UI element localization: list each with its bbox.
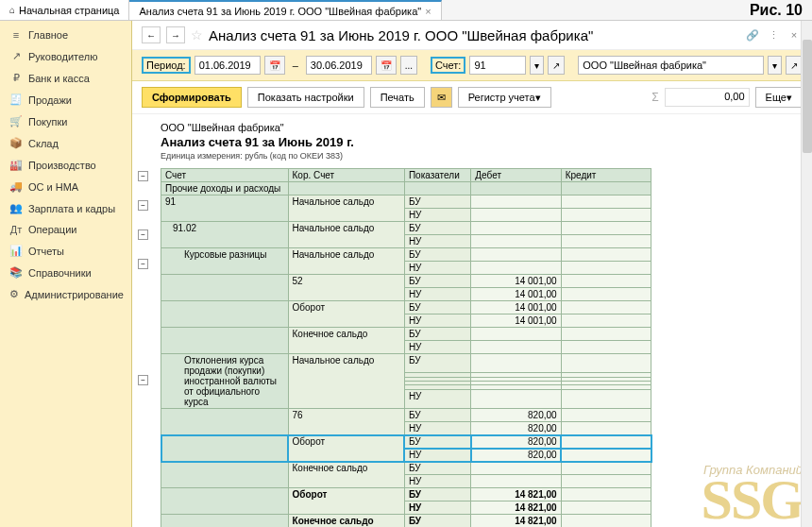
register-button[interactable]: Регистр учета ▾	[458, 87, 551, 108]
sidebar-item[interactable]: 📊Отчеты	[0, 240, 131, 262]
org-dropdown-icon[interactable]: ▾	[768, 56, 782, 75]
calendar-from-icon[interactable]: 📅	[264, 56, 285, 75]
tab-home-label: Начальная страница	[19, 5, 119, 16]
sidebar-icon: 📚	[9, 266, 23, 279]
sidebar-icon: 👥	[9, 202, 23, 214]
sidebar-icon: 📦	[9, 137, 23, 149]
sidebar-item[interactable]: ↗Руководителю	[0, 45, 131, 67]
table-row[interactable]: ОборотБУ14 821,00	[161, 488, 651, 502]
sidebar-item[interactable]: ₽Банк и касса	[0, 67, 131, 89]
period-dash: –	[289, 58, 302, 73]
form-button[interactable]: Сформировать	[142, 87, 242, 108]
sidebar-icon: ⚙	[9, 288, 19, 300]
tab-current-label: Анализ счета 91 за Июнь 2019 г. ООО "Шве…	[139, 6, 421, 17]
sidebar-item[interactable]: ДтОперации	[0, 219, 131, 240]
table-row[interactable]: 76БУ820,00	[161, 409, 651, 422]
link-icon[interactable]: 🔗	[744, 26, 761, 43]
report-table: Счет Кор. Счет Показатели Дебет Кредит П…	[161, 168, 651, 527]
sidebar-label: Продажи	[28, 94, 72, 106]
sidebar-icon: 🧾	[9, 94, 23, 106]
sidebar-icon: ↗	[9, 50, 23, 62]
period-ellipsis-button[interactable]: ...	[400, 56, 417, 75]
table-row[interactable]: 52БУ14 001,00	[161, 275, 651, 288]
account-label: Счет:	[431, 57, 465, 74]
table-row[interactable]: Курсовые разницыНачальное сальдоБУ	[161, 248, 651, 262]
date-from-input[interactable]	[195, 56, 261, 75]
table-row[interactable]: Конечное сальдоБУ	[161, 462, 651, 475]
home-icon: ⌂	[9, 5, 15, 15]
tree-node[interactable]: −	[138, 171, 148, 181]
date-to-input[interactable]	[306, 56, 372, 75]
sidebar-label: Администрирование	[25, 289, 124, 300]
sidebar-label: Банк и касса	[28, 73, 90, 84]
watermark: Группа Компаний SSG	[702, 463, 803, 522]
tree-node[interactable]: −	[138, 200, 148, 211]
table-row[interactable]: 91.02Начальное сальдоБУ	[161, 222, 651, 235]
table-row[interactable]: Конечное сальдоБУ14 821,00	[161, 515, 651, 528]
sidebar-label: Справочники	[28, 267, 92, 279]
nav-forward-button[interactable]: →	[166, 26, 185, 43]
tree-node[interactable]: −	[138, 375, 148, 385]
account-open-icon[interactable]: ↗	[548, 56, 565, 75]
sidebar-label: Склад	[28, 138, 59, 149]
sidebar-label: Руководителю	[28, 51, 97, 62]
more-icon[interactable]: ⋮	[765, 26, 782, 43]
scrollbar-vertical[interactable]	[801, 21, 812, 527]
print-button[interactable]: Печать	[370, 87, 425, 108]
sidebar: ≡Главное↗Руководителю₽Банк и касса🧾Прода…	[0, 21, 132, 527]
mail-button[interactable]: ✉	[431, 87, 452, 108]
tree-node[interactable]: −	[138, 230, 148, 240]
figure-label: Рис. 10	[750, 2, 803, 19]
sidebar-item[interactable]: 👥Зарплата и кадры	[0, 197, 131, 219]
tree-collapse: − − − − −	[138, 171, 148, 387]
close-icon[interactable]: ×	[425, 6, 431, 17]
sidebar-item[interactable]: 🏭Производство	[0, 154, 131, 176]
sidebar-label: Отчеты	[28, 246, 64, 257]
calendar-to-icon[interactable]: 📅	[376, 56, 397, 75]
main-area: ← → ☆ Анализ счета 91 за Июнь 2019 г. ОО…	[132, 21, 812, 527]
sidebar-icon: ≡	[9, 29, 23, 41]
subheader: Прочие доходы и расходы	[161, 182, 289, 196]
table-row[interactable]: 91Начальное сальдоБУ	[161, 196, 651, 209]
sidebar-icon: 📊	[9, 245, 23, 257]
sidebar-label: Операции	[28, 224, 76, 235]
page-title: Анализ счета 91 за Июнь 2019 г. ООО "Шве…	[209, 27, 738, 43]
sigma-icon: Σ	[651, 91, 658, 104]
more-button[interactable]: Еще ▾	[755, 87, 803, 108]
sidebar-icon: Дт	[9, 224, 23, 235]
org-input[interactable]	[578, 56, 764, 75]
sidebar-item[interactable]: 📦Склад	[0, 132, 131, 154]
sidebar-item[interactable]: ⚙Администрирование	[0, 283, 131, 305]
sidebar-item[interactable]: 🧾Продажи	[0, 89, 131, 110]
col-debit: Дебет	[471, 169, 561, 182]
settings-button[interactable]: Показать настройки	[247, 87, 364, 108]
tab-current[interactable]: Анализ счета 91 за Июнь 2019 г. ООО "Шве…	[129, 0, 441, 20]
account-dropdown-icon[interactable]: ▾	[530, 56, 544, 75]
col-ind: Показатели	[404, 169, 470, 182]
sidebar-item[interactable]: 🛒Покупки	[0, 110, 131, 132]
tab-home[interactable]: ⌂ Начальная страница	[0, 0, 129, 20]
sidebar-label: ОС и НМА	[28, 181, 78, 193]
report-area: − − − − − ООО "Швейная фабрика" Анализ с…	[132, 114, 812, 527]
table-row[interactable]: Отклонения курса продажи (покупки) иност…	[161, 354, 651, 373]
sidebar-item[interactable]: 🚚ОС и НМА	[0, 176, 131, 197]
period-label: Период:	[142, 57, 191, 74]
filter-bar: Период: 📅 – 📅 ... Счет: ▾ ↗ ▾ ↗	[132, 50, 812, 81]
star-icon[interactable]: ☆	[191, 27, 203, 42]
sidebar-item[interactable]: 📚Справочники	[0, 262, 131, 283]
tree-node[interactable]: −	[138, 259, 148, 269]
table-row[interactable]: Конечное сальдоБУ	[161, 328, 651, 341]
report-title: Анализ счета 91 за Июнь 2019 г.	[161, 135, 803, 149]
table-row[interactable]: ОборотБУ14 001,00	[161, 301, 651, 314]
nav-back-button[interactable]: ←	[142, 26, 161, 43]
scroll-thumb[interactable]	[803, 40, 812, 153]
table-row[interactable]: ОборотБУ820,00	[161, 435, 651, 449]
col-credit: Кредит	[561, 169, 651, 182]
report-unit: Единица измерения: рубль (код по ОКЕИ 38…	[161, 151, 803, 161]
toolbar: Сформировать Показать настройки Печать ✉…	[132, 81, 812, 114]
account-input[interactable]	[469, 56, 526, 75]
sidebar-item[interactable]: ≡Главное	[0, 25, 131, 45]
sum-value: 0,00	[665, 88, 750, 107]
col-cor: Кор. Счет	[288, 169, 404, 182]
sidebar-label: Зарплата и кадры	[28, 203, 115, 214]
